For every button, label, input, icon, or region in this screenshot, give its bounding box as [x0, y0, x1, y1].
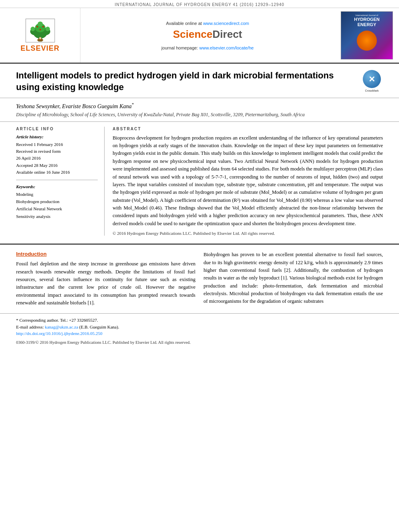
svg-point-7	[37, 21, 43, 27]
journal-cover-image: International Journal of HYDROGEN ENERGY	[341, 11, 393, 60]
keywords-label: Keywords:	[16, 184, 98, 189]
keyword-4: Sensitivity analysis	[16, 214, 98, 220]
crossmark-icon: ✕	[363, 70, 381, 88]
elsevier-logo: ELSEVIER	[21, 18, 60, 53]
intro-left-text: Fossil fuel depletion and the steep incr…	[16, 260, 195, 307]
body-content: Introduction Fossil fuel depletion and t…	[16, 251, 383, 307]
available-online-date: Available online 16 June 2016	[16, 169, 98, 175]
email-link[interactable]: kanag@ukzn.ac.za	[45, 325, 78, 329]
svg-point-6	[45, 27, 49, 31]
corresponding-footnote: * Corresponding author. Tel.: +27 332605…	[16, 317, 383, 324]
abstract-heading: ABSTRACT	[113, 127, 383, 131]
abstract-column: ABSTRACT Bioprocess development for hydr…	[113, 127, 383, 236]
authors-section: Yeshona Sewsynker, Evariste Bosco Guegui…	[0, 98, 399, 121]
svg-point-9	[42, 26, 44, 27]
article-info-heading: ARTICLE INFO	[16, 127, 98, 131]
journal-homepage-link[interactable]: www.elsevier.com/locate/he	[200, 45, 254, 50]
received-date: Received 1 February 2016	[16, 142, 98, 148]
keyword-3: Artificial Neural Network	[16, 206, 98, 212]
article-title: Intelligent models to predict hydrogen y…	[16, 70, 361, 93]
cover-decoration	[357, 31, 377, 51]
revised-date: 26 April 2016	[16, 155, 98, 161]
received-revised-label: Received in revised form	[16, 148, 98, 154]
doi-link: http://dx.doi.org/10.1016/j.ijhydene.201…	[16, 330, 383, 337]
sciencedirect-logo: ScienceDirect	[173, 28, 242, 41]
article-title-section: Intelligent models to predict hydrogen y…	[0, 64, 399, 98]
keyword-1: Modeling	[16, 191, 98, 197]
header-center: Available online at www.sciencedirect.co…	[80, 8, 335, 63]
email-footnote: E-mail address: kanag@ukzn.ac.za (E.B. G…	[16, 324, 383, 331]
svg-point-10	[39, 29, 41, 30]
divider	[16, 180, 98, 180]
keyword-2: Biohydrogen production	[16, 199, 98, 205]
crossmark-label: CrossMark	[361, 89, 383, 92]
affiliation: Discipline of Microbiology, School of Li…	[16, 111, 383, 118]
footnote-section: * Corresponding author. Tel.: +27 332605…	[0, 313, 399, 339]
elsevier-name: ELSEVIER	[21, 44, 60, 53]
doi-anchor[interactable]: http://dx.doi.org/10.1016/j.ijhydene.201…	[16, 331, 103, 336]
abstract-text: Bioprocess development for hydrogen prod…	[113, 134, 383, 228]
main-content: ARTICLE INFO Article history: Received 1…	[0, 122, 399, 241]
available-text: Available online at www.sciencedirect.co…	[166, 21, 249, 26]
intro-right-text: Biohydrogen has proven to be an excellen…	[204, 251, 383, 306]
svg-point-12	[39, 37, 41, 39]
crossmark-badge[interactable]: ✕ CrossMark	[361, 70, 383, 92]
body-section: Introduction Fossil fuel depletion and t…	[0, 244, 399, 313]
accepted-date: Accepted 28 May 2016	[16, 162, 98, 168]
header-section: ELSEVIER Available online at www.science…	[0, 8, 399, 64]
introduction-heading: Introduction	[16, 251, 195, 257]
copyright: © 2016 Hydrogen Energy Publications LLC.…	[113, 231, 383, 236]
history-label: Article history:	[16, 134, 98, 139]
banner-text: INTERNATIONAL JOURNAL OF HYDROGEN ENERGY…	[115, 2, 284, 7]
elsevier-logo-area: ELSEVIER	[0, 8, 80, 63]
article-info-column: ARTICLE INFO Article history: Received 1…	[16, 127, 105, 236]
journal-cover-area: International Journal of HYDROGEN ENERGY	[335, 8, 399, 63]
svg-point-5	[31, 27, 35, 31]
sciencedirect-url[interactable]: www.sciencedirect.com	[203, 21, 249, 26]
journal-homepage: journal homepage: www.elsevier.com/locat…	[161, 45, 253, 50]
journal-banner: INTERNATIONAL JOURNAL OF HYDROGEN ENERGY…	[0, 0, 399, 8]
authors-names: Yeshona Sewsynker, Evariste Bosco Guegui…	[16, 102, 383, 110]
issn-footer: 0360-3199/© 2016 Hydrogen Energy Publica…	[0, 339, 399, 346]
body-right-column: Biohydrogen has proven to be an excellen…	[204, 251, 383, 307]
svg-point-8	[36, 26, 38, 27]
elsevier-tree-icon	[24, 18, 56, 43]
body-left-column: Introduction Fossil fuel depletion and t…	[16, 251, 195, 307]
